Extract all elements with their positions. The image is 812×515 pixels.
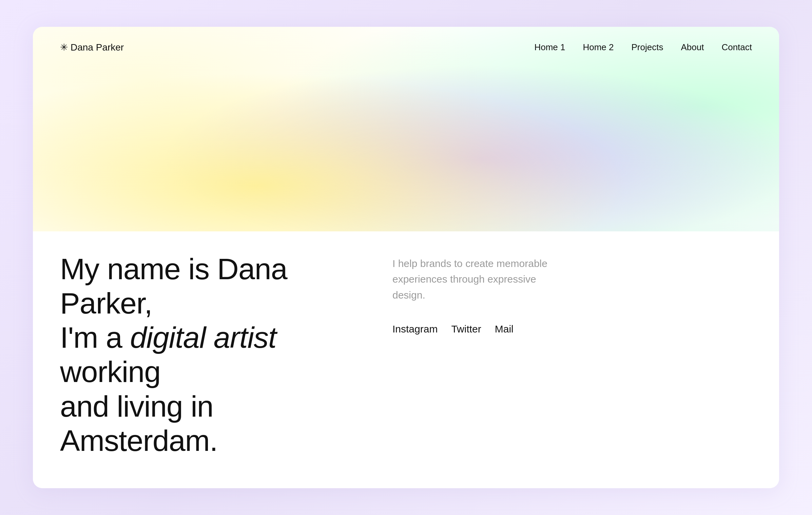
hero-title-italic: digital artist: [130, 321, 276, 354]
nav-link-home2[interactable]: Home 2: [583, 42, 614, 53]
logo-name: Dana Parker: [71, 42, 124, 53]
nav-link-home1[interactable]: Home 1: [534, 42, 565, 53]
hero-title: My name is Dana Parker, I'm a digital ar…: [60, 252, 352, 458]
hero-title-line1: My name is Dana Parker,: [60, 252, 287, 320]
main-card: ✳ Dana Parker Home 1 Home 2 Projects Abo…: [33, 27, 779, 488]
logo-asterisk: ✳: [60, 42, 68, 53]
navbar: ✳ Dana Parker Home 1 Home 2 Projects Abo…: [33, 27, 779, 53]
nav-links: Home 1 Home 2 Projects About Contact: [534, 42, 752, 53]
hero-title-line2-suffix: working: [60, 355, 160, 388]
logo[interactable]: ✳ Dana Parker: [60, 42, 124, 53]
hero-spacer: [33, 53, 779, 231]
hero-headline: My name is Dana Parker, I'm a digital ar…: [60, 252, 352, 458]
social-link-twitter[interactable]: Twitter: [451, 323, 481, 335]
social-links: Instagram Twitter Mail: [392, 323, 752, 335]
hero-aside: I help brands to create memorable experi…: [392, 252, 752, 335]
social-link-mail[interactable]: Mail: [495, 323, 514, 335]
hero-title-line3: and living in Amsterdam.: [60, 389, 217, 457]
social-link-instagram[interactable]: Instagram: [392, 323, 438, 335]
nav-link-contact[interactable]: Contact: [721, 42, 752, 53]
bottom-content: My name is Dana Parker, I'm a digital ar…: [33, 231, 779, 488]
hero-title-line2-prefix: I'm a: [60, 321, 130, 354]
nav-link-about[interactable]: About: [681, 42, 704, 53]
hero-description: I help brands to create memorable experi…: [392, 256, 569, 303]
nav-link-projects[interactable]: Projects: [632, 42, 663, 53]
